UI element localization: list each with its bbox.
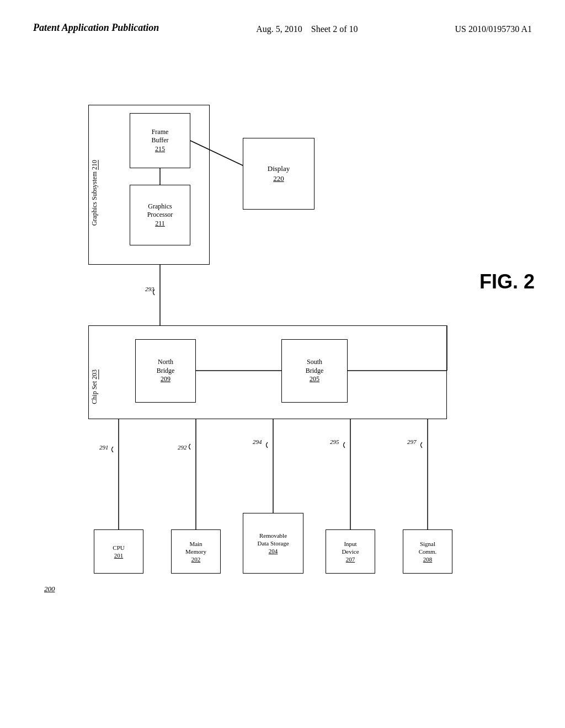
- graphics-processor-label: GraphicsProcessor211: [147, 202, 173, 228]
- chip-set-label: Chip Set 203: [90, 370, 99, 404]
- south-bridge-label: SouthBridge205: [306, 358, 324, 384]
- connector-294-label: 294: [253, 438, 262, 445]
- system-label-200: 200: [44, 585, 55, 593]
- input-device-box: InputDevice207: [326, 529, 375, 574]
- connector-291-label: 291: [99, 444, 109, 451]
- main-memory-box: MainMemory202: [171, 529, 221, 574]
- north-bridge-box: NorthBridge209: [135, 339, 196, 403]
- cpu-label: CPU 201: [113, 544, 124, 560]
- connector-293-label: 293: [145, 286, 154, 292]
- display-box: Display 220: [243, 138, 315, 210]
- publication-title: Patent Application Publication: [33, 22, 159, 34]
- input-device-label: InputDevice207: [342, 540, 359, 564]
- main-memory-label: MainMemory202: [185, 540, 206, 564]
- cpu-box: CPU 201: [94, 529, 143, 574]
- connector-295-label: 295: [330, 438, 339, 445]
- patent-number: US 2010/0195730 A1: [455, 24, 532, 34]
- removable-storage-label: RemovableData Storage204: [257, 532, 289, 555]
- signal-comm-label: SignalComm.208: [419, 540, 437, 564]
- frame-buffer-box: FrameBuffer215: [130, 113, 190, 168]
- publication-date: Aug. 5, 2010 Sheet 2 of 10: [256, 24, 358, 34]
- display-label: Display 220: [268, 164, 290, 184]
- frame-buffer-label: FrameBuffer215: [151, 128, 168, 154]
- south-bridge-box: SouthBridge205: [281, 339, 348, 403]
- diagram: Graphics Subsystem 210 FrameBuffer215 Gr…: [44, 94, 519, 645]
- page-header: Patent Application Publication Aug. 5, 2…: [0, 0, 565, 34]
- connector-297-label: 297: [407, 438, 417, 445]
- removable-storage-box: RemovableData Storage204: [243, 513, 303, 574]
- connector-292-label: 292: [178, 444, 187, 451]
- north-bridge-label: NorthBridge209: [157, 358, 175, 384]
- signal-comm-box: SignalComm.208: [403, 529, 452, 574]
- graphics-subsystem-label: Graphics Subsystem 210: [90, 160, 99, 226]
- graphics-processor-box: GraphicsProcessor211: [130, 185, 190, 245]
